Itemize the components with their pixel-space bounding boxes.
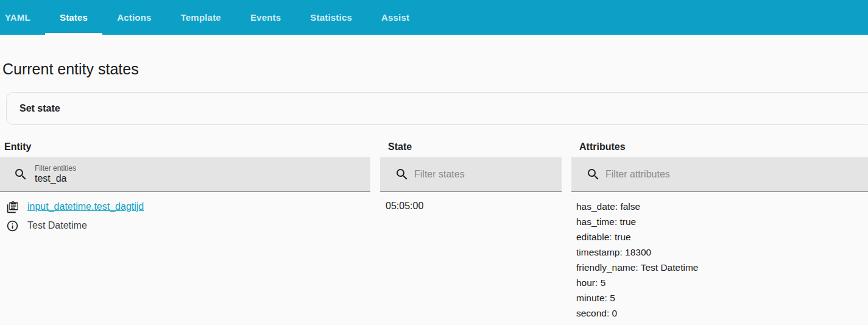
tab-template[interactable]: Template (166, 0, 236, 35)
tab-yaml[interactable]: YAML (0, 0, 45, 35)
entity-id-link[interactable]: input_datetime.test_dagtijd (27, 201, 144, 212)
entity-friendly-name: Test Datetime (27, 220, 87, 231)
column-header-state: State (380, 138, 562, 157)
entity-attributes-list: has_date: false has_time: true editable:… (571, 192, 868, 321)
tab-statistics[interactable]: Statistics (295, 0, 367, 35)
tab-events[interactable]: Events (236, 0, 295, 35)
entity-state-value: 05:05:00 (380, 192, 562, 212)
attributes-filter-field[interactable] (571, 157, 868, 192)
state-filter-field[interactable] (380, 157, 562, 192)
entity-filter-input[interactable] (35, 173, 157, 184)
entity-filter-floating-label: Filter entities (35, 165, 157, 173)
tab-assist[interactable]: Assist (367, 0, 424, 35)
attribute-line: has_date: false (576, 199, 868, 214)
column-header-entity: Entity (0, 138, 370, 157)
tab-states[interactable]: States (45, 0, 102, 35)
attribute-line: has_time: true (576, 214, 868, 229)
column-state: State 05:05:00 (380, 138, 562, 321)
page-title: Current entity states (2, 60, 868, 78)
entity-states-table: Entity Filter entities input_datetime.te… (0, 138, 868, 321)
column-attributes: Attributes has_date: false has_time: tru… (571, 138, 868, 321)
entity-row: input_datetime.test_dagtijd Test Datetim… (0, 192, 370, 233)
attribute-line: editable: true (576, 229, 868, 245)
entity-info-icon[interactable] (6, 220, 19, 232)
attribute-line: timestamp: 18300 (576, 245, 868, 260)
attribute-line: minute: 5 (576, 290, 868, 305)
set-state-label: Set state (19, 103, 60, 114)
column-entity: Entity Filter entities input_datetime.te… (0, 138, 370, 321)
search-icon (13, 167, 28, 182)
attribute-line: friendly_name: Test Datetime (576, 260, 868, 275)
copy-entity-id-icon[interactable] (6, 201, 19, 213)
column-header-attributes: Attributes (571, 138, 868, 157)
attributes-filter-input[interactable] (605, 169, 727, 180)
search-icon (586, 167, 601, 182)
state-filter-input[interactable] (414, 169, 536, 180)
entity-filter-field[interactable]: Filter entities (0, 157, 370, 192)
attribute-line: second: 0 (576, 305, 868, 321)
set-state-expansion-panel[interactable]: Set state (6, 92, 868, 125)
search-icon (395, 167, 409, 182)
tab-actions[interactable]: Actions (102, 0, 166, 35)
attribute-line: hour: 5 (576, 275, 868, 290)
developer-tools-tab-bar: YAML States Actions Template Events Stat… (0, 0, 868, 35)
